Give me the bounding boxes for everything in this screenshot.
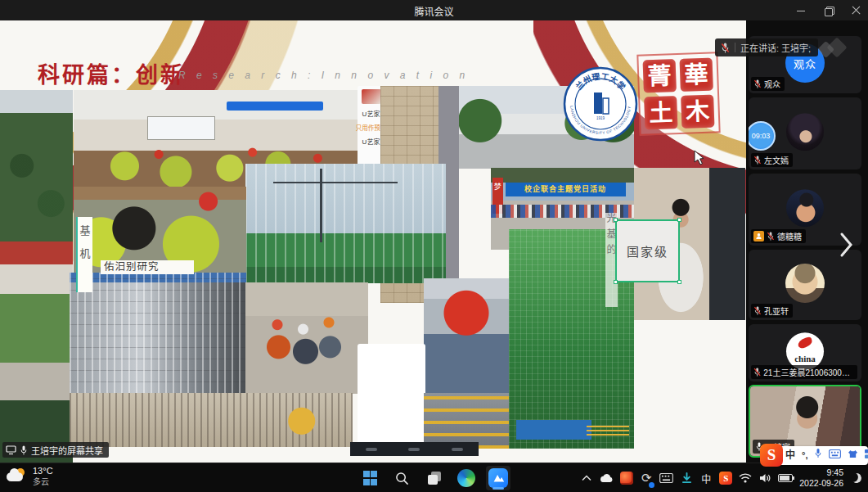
participant-name: 孔亚轩 xyxy=(764,305,789,317)
app-label: U艺家 xyxy=(362,109,380,118)
photo-phone-app-card xyxy=(358,344,425,447)
name-tag: 观众 xyxy=(751,77,785,91)
avatar xyxy=(785,264,825,303)
name-tag: 左文嫣 xyxy=(751,153,793,167)
tray-app-red-icon[interactable] xyxy=(620,468,633,488)
sync-status-icon[interactable]: ⟳ xyxy=(640,468,653,488)
slide-title: 科研篇：创新 xyxy=(38,57,185,89)
seal-char: 菁 xyxy=(643,59,677,93)
edge-browser-button[interactable] xyxy=(454,466,479,490)
task-view-button[interactable] xyxy=(422,466,447,490)
minimize-icon[interactable] xyxy=(796,6,806,16)
blue-tarp xyxy=(516,420,591,440)
speaking-indicator: 正在讲话: 王培宇; xyxy=(715,38,818,56)
avatar-text: china xyxy=(794,354,816,363)
participant-name: 观众 xyxy=(764,78,780,90)
partial-text-box: 基 机 xyxy=(76,217,92,292)
window-controls xyxy=(796,0,861,20)
clock-time: 9:45 xyxy=(799,467,843,478)
window-titlebar: 腾讯会议 xyxy=(0,0,868,20)
system-tray: ⟳ 中 S 9:45 2022-09-26 xyxy=(580,463,863,492)
avatar xyxy=(786,189,824,227)
download-tool-icon[interactable] xyxy=(680,468,693,488)
window-title: 腾讯会议 xyxy=(0,4,868,18)
partly-cloudy-icon xyxy=(7,467,28,485)
wall-banner xyxy=(227,102,323,111)
ime-keyboard-icon[interactable] xyxy=(829,446,841,465)
input-language-indicator[interactable]: 中 xyxy=(699,468,713,488)
name-tag: 21土三姜晨210063003014 xyxy=(751,365,857,379)
muted-mic-icon xyxy=(753,156,762,165)
tencent-meeting-icon xyxy=(488,468,508,488)
timer-badge: 09:03 xyxy=(749,121,776,151)
partial-char: 机 xyxy=(79,245,90,260)
weather-condition: 多云 xyxy=(33,477,53,488)
photo-tower-crane xyxy=(245,164,446,283)
chevron-right-icon xyxy=(839,232,853,258)
photo-campus-strip xyxy=(0,90,73,463)
ime-toolbar: S 中 °, xyxy=(761,446,868,465)
app-thumbnail xyxy=(362,89,381,104)
slide-subtitle: R e s e a r c h : I n n o v a t i o n xyxy=(178,70,469,81)
avatar xyxy=(786,113,824,151)
partial-char: 基 xyxy=(79,222,90,237)
search-icon xyxy=(395,472,409,485)
member-badge-icon xyxy=(753,231,764,241)
photo-rebar-cage xyxy=(70,273,246,394)
task-view-icon xyxy=(428,472,441,485)
screen-share-label: 王培宇的屏幕共享 xyxy=(2,442,109,458)
volume-icon[interactable] xyxy=(758,468,771,488)
weather-temp: 13°C xyxy=(33,466,53,477)
seal-char: 土 xyxy=(644,96,677,129)
seal-char: 華 xyxy=(680,58,713,92)
ime-skin-icon[interactable] xyxy=(848,446,858,465)
photo-red-helmet xyxy=(424,278,509,394)
event-banner: 校企联合主题党日活动 xyxy=(506,183,626,196)
university-logo: 兰州理工大学 LANZHOU UNIVERSITY OF TECHNOLOGY … xyxy=(563,66,638,142)
ime-voice-icon[interactable] xyxy=(814,446,822,465)
battery-icon[interactable] xyxy=(778,468,793,488)
sogou-tray-icon[interactable]: S xyxy=(719,468,732,488)
national-level-label: 国家级 xyxy=(627,242,668,260)
touch-keyboard-icon[interactable] xyxy=(659,468,673,488)
yellow-pipes xyxy=(587,425,629,436)
muted-mic-icon xyxy=(753,368,761,377)
taskbar-clock[interactable]: 9:45 2022-09-26 xyxy=(799,467,843,489)
ime-punctuation[interactable]: °, xyxy=(802,446,807,465)
building-icon xyxy=(594,93,602,114)
name-tag: 德糖糖 xyxy=(751,229,806,243)
mic-icon xyxy=(20,445,28,455)
app-label: U艺家 xyxy=(362,137,380,146)
sidebar-collapse-button[interactable] xyxy=(834,228,857,262)
phone-app-bottom-bar xyxy=(350,442,479,456)
close-icon[interactable] xyxy=(852,6,861,16)
weather-widget[interactable]: 13°C 多云 xyxy=(7,466,53,487)
shared-screen-slide: U艺家 只用作预览 U艺家 梦 校企联合主题党日活动 xyxy=(0,20,746,463)
tray-overflow-chevron[interactable] xyxy=(580,468,593,488)
photo-caption: 佑汨别研究 xyxy=(101,260,194,274)
clock-date: 2022-09-26 xyxy=(799,478,843,489)
ime-mode-chinese[interactable]: 中 xyxy=(785,446,795,465)
participant-name: 左文嫣 xyxy=(764,154,789,166)
share-label-text: 王培宇的屏幕共享 xyxy=(31,444,103,457)
mouse-cursor xyxy=(694,150,705,166)
muted-mic-icon xyxy=(721,43,730,53)
participant-tile-jiangchen[interactable]: china 21土三姜晨210063003014 xyxy=(749,324,861,381)
sogou-logo-icon[interactable]: S xyxy=(760,444,783,467)
projection-screen xyxy=(147,116,215,140)
photo-yellow-scaffold xyxy=(424,393,509,449)
participant-name: 21土三姜晨210063003014 xyxy=(763,366,853,378)
ime-menu-grid-icon[interactable] xyxy=(865,446,868,465)
search-button[interactable] xyxy=(390,466,415,490)
logo-year: 1919 xyxy=(596,116,605,120)
windows-taskbar: 13°C 多云 ⟳ xyxy=(0,463,868,492)
onedrive-cloud-icon[interactable] xyxy=(600,468,614,488)
red-seal-jinghua-tumu: 菁 華 土 木 xyxy=(636,52,720,135)
restore-icon[interactable] xyxy=(824,6,834,16)
participant-tile-zuowenyan[interactable]: 09:03 左文嫣 xyxy=(749,97,861,169)
photo-site-workers xyxy=(245,282,368,394)
start-button[interactable] xyxy=(358,466,383,490)
wifi-icon[interactable] xyxy=(739,468,752,488)
tencent-meeting-button[interactable] xyxy=(486,466,510,490)
focus-assist-moon-icon[interactable] xyxy=(850,468,863,488)
